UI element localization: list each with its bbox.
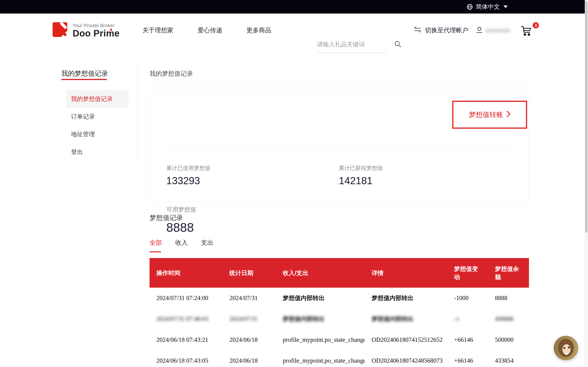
transfer-highlight-box: 梦想值转账: [452, 101, 527, 129]
records-tabs: 全部 收入 支出: [149, 239, 213, 252]
table-row: 2024/06/18 07:43:05 2024/06/18 profile_m…: [149, 350, 529, 367]
tab-income[interactable]: 收入: [175, 239, 188, 252]
sidebar-menu: 我的梦想值记录 订单记录 地址管理 登出: [66, 90, 129, 161]
col-header-type: 收入/支出: [276, 269, 365, 277]
doo-prime-logo[interactable]: Your Private Broker Doo Prime: [52, 22, 120, 38]
webcam-avatar[interactable]: [554, 336, 578, 360]
cell-balance: 8888: [488, 294, 529, 302]
dream-value-summary-card: 可用梦想值 8888 梦想值转账 累计已使用梦想值 133293 累: [149, 94, 529, 202]
cell-detail: OD20240618074152512652: [365, 336, 447, 343]
tab-expense[interactable]: 支出: [201, 239, 213, 252]
sidebar-title: 我的梦想值记录: [61, 69, 108, 78]
page-title: 我的梦想值记录: [149, 69, 193, 78]
earned-dream-value-label: 累计已获得梦想值: [339, 165, 383, 172]
col-header-detail: 详情: [365, 269, 447, 277]
card-divider: [166, 150, 513, 150]
used-dream-value-label: 累计已使用梦想值: [166, 165, 210, 172]
transfer-label: 梦想值转账: [469, 110, 503, 119]
used-dream-value-stat: 累计已使用梦想值 133293: [166, 165, 210, 186]
cart-count-badge: 3: [533, 22, 539, 28]
cell-balance: 498888: [488, 315, 529, 323]
sidebar-item-address-management[interactable]: 地址管理: [66, 125, 129, 143]
logo-brand-dot: [110, 29, 112, 31]
cell-change: +66146: [447, 357, 488, 364]
col-header-time: 操作时间: [149, 269, 223, 277]
cell-date: 2024/06/18: [223, 357, 276, 364]
cell-date: 2024/07/31: [223, 315, 276, 323]
table-header-row: 操作时间 统计日期 收入/支出 详情 梦想值变动 梦想值余额: [149, 258, 529, 288]
cell-date: 2024/06/18: [223, 336, 276, 343]
sidebar-item-dream-records[interactable]: 我的梦想值记录: [66, 90, 129, 108]
scrollbar-track[interactable]: [585, 0, 588, 367]
cell-time: 2024/07/31 07:24:00: [149, 294, 223, 302]
doo-prime-logo-mark: [52, 22, 69, 38]
chevron-right-icon: [506, 110, 510, 119]
cell-balance: 500000: [488, 336, 529, 343]
cell-date: 2024/07/31: [223, 294, 276, 302]
records-section-title: 梦想值记录: [149, 213, 183, 223]
title-divider: [149, 85, 529, 85]
records-divider: [149, 228, 529, 229]
col-header-balance: 梦想值余额: [488, 265, 529, 281]
tab-all[interactable]: 全部: [149, 239, 162, 252]
col-header-change: 梦想值变动: [447, 265, 488, 281]
cell-type: 梦想值内部转出: [276, 315, 365, 323]
used-dream-value: 133293: [166, 175, 210, 186]
table-row: 2024/07/31 07:24:00 2024/07/31 梦想值内部转出 梦…: [149, 288, 529, 309]
records-table: 操作时间 统计日期 收入/支出 详情 梦想值变动 梦想值余额 2024/07/3…: [149, 258, 529, 367]
col-header-date: 统计日期: [223, 269, 276, 277]
earned-dream-value: 142181: [339, 175, 383, 186]
table-row: 2024/06/18 07:43:21 2024/06/18 profile_m…: [149, 329, 529, 350]
doo-prime-rewards-page: 简体中文 Your Private Broker Doo Prime 关于理想家: [0, 0, 588, 367]
cell-type: profile_mypoint.po_state_change: [276, 336, 365, 343]
cell-type: 梦想值内部转出: [276, 294, 365, 302]
dream-value-transfer-link[interactable]: 梦想值转账: [469, 110, 510, 119]
cell-detail: OD20240618074248568073: [365, 357, 447, 364]
cell-time: 2024/06/18 07:43:21: [149, 336, 223, 343]
cell-time: 2024/07/31 07:48:03: [149, 315, 223, 323]
cell-detail: 梦想值内部转出: [365, 294, 447, 302]
sidebar-item-logout[interactable]: 登出: [66, 143, 129, 161]
cell-time: 2024/06/18 07:43:05: [149, 357, 223, 364]
cell-balance: 433854: [488, 357, 529, 364]
logo-tagline: Your Private Broker: [73, 23, 120, 28]
available-dream-value-label: 可用梦想值: [166, 206, 196, 214]
cell-change: +66146: [447, 336, 488, 343]
table-row-redacted: 2024/07/31 07:48:03 2024/07/31 梦想值内部转出 梦…: [149, 309, 529, 329]
earned-dream-value-stat: 累计已获得梦想值 142181: [339, 165, 383, 186]
cell-change: -1: [447, 315, 488, 323]
cell-detail: 梦想值内部转出: [365, 315, 447, 323]
logo-brand-text: Doo Prime: [73, 28, 120, 38]
sidebar-item-order-records[interactable]: 订单记录: [66, 108, 129, 125]
sidebar: 我的梦想值记录 我的梦想值记录 订单记录 地址管理 登出: [52, 58, 137, 164]
cell-change: -1000: [447, 294, 488, 302]
cell-type: profile_mypoint.po_state_change: [276, 357, 365, 364]
scrollbar-thumb[interactable]: [585, 1, 588, 233]
main-content: 我的梦想值记录 可用梦想值 8888 梦想值转账 累计已使用梦想值 13329: [149, 0, 529, 367]
sidebar-title-underline: [61, 79, 107, 80]
